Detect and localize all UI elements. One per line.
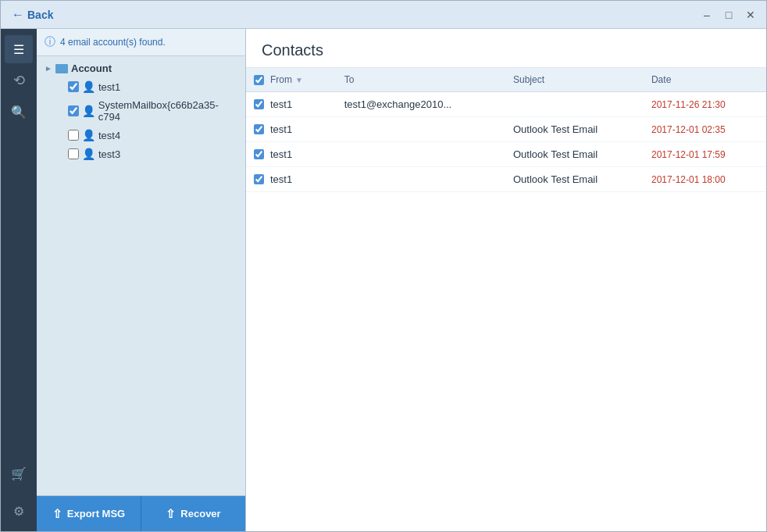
row2-from: test1 [270,123,292,135]
sidebar-search-icon[interactable]: 🔍 [5,98,33,126]
recover-icon: ⇧ [166,507,176,521]
row3-subject: Outlook Test Email [504,142,642,167]
app-window: ← Back – □ ✕ ☰ ⟲ 🔍 🛒 ⚙ [0,0,767,532]
back-label: Back [27,9,53,21]
export-msg-button[interactable]: ⇧ Export MSG [37,496,141,531]
close-button[interactable]: ✕ [741,7,760,23]
info-text: 4 email account(s) found. [60,37,166,48]
expand-arrow-icon: ► [43,63,54,74]
col-date[interactable]: Date [642,68,766,92]
table-header: From ▼ To Subject Date [246,68,766,92]
recover-button[interactable]: ⇧ Recover [141,496,245,531]
select-all-checkbox[interactable] [254,75,264,85]
date-col-label: Date [651,74,671,85]
email-table: From ▼ To Subject Date [246,68,766,531]
back-button[interactable]: ← Back [7,6,58,23]
search-glyph: 🔍 [11,105,27,120]
table-row: test1 Outlook Test Email 2017-12-01 18:0… [246,167,766,192]
title-bar-controls: – □ ✕ [697,7,760,23]
table-body: test1 test1@exchange2010... 2017-11-26 2… [246,92,766,192]
row2-checkbox[interactable] [254,124,264,134]
sidebar-settings-icon[interactable]: ⚙ [5,497,33,525]
table-row: test1 Outlook Test Email 2017-12-01 02:3… [246,117,766,142]
checkbox-test3[interactable] [68,148,79,159]
restore-glyph: ⟲ [13,72,25,89]
row4-from: test1 [270,173,292,185]
info-bar: ⓘ 4 email account(s) found. [37,29,245,56]
row1-subject [504,92,642,117]
main-layout: ☰ ⟲ 🔍 🛒 ⚙ ⓘ 4 email account(s) found. [1,29,766,531]
minimize-button[interactable]: – [697,7,716,23]
sidebar-cart-icon[interactable]: 🛒 [5,459,33,487]
row2-to [335,117,504,142]
info-icon: ⓘ [45,35,55,49]
row1-from-cell: test1 [246,92,335,117]
col-subject[interactable]: Subject [504,68,642,92]
tree-footer: ⇧ Export MSG ⇧ Recover [37,495,245,531]
col-to[interactable]: To [335,68,504,92]
test3-label: test3 [98,148,120,160]
table-row: test1 test1@exchange2010... 2017-11-26 2… [246,92,766,117]
test1-label: test1 [98,81,120,93]
row1-checkbox[interactable] [254,99,264,109]
row1-from: test1 [270,98,292,110]
row3-to [335,142,504,167]
cart-glyph: 🛒 [11,466,27,481]
tree-item-test4[interactable]: ► 👤 test4 [37,126,245,145]
row4-subject: Outlook Test Email [504,167,642,192]
row3-checkbox[interactable] [254,149,264,159]
content-header: Contacts [246,29,766,68]
subject-col-label: Subject [513,74,544,85]
user-icon-systemmailbox: 👤 [82,105,95,117]
title-bar: ← Back – □ ✕ [1,1,766,29]
col-from[interactable]: From ▼ [246,68,335,92]
recover-label: Recover [180,508,220,520]
checkbox-test4[interactable] [68,130,79,141]
tree-item-test1[interactable]: ► 👤 test1 [37,77,245,96]
export-label: Export MSG [67,508,125,520]
row4-from-cell: test1 [246,167,335,192]
tree-panel: ⓘ 4 email account(s) found. ► Account ► … [37,29,246,531]
account-label: Account [71,62,112,74]
user-icon-test3: 👤 [82,148,95,160]
maximize-button[interactable]: □ [719,7,738,23]
row3-date: 2017-12-01 17:59 [642,142,766,167]
row4-to [335,167,504,192]
back-arrow-icon: ← [12,8,24,22]
tree-content: ► Account ► 👤 test1 ► 👤 SystemMailbox{c [37,56,245,495]
tree-item-account[interactable]: ► Account [37,59,245,77]
title-bar-left: ← Back [7,6,58,23]
tree-item-test3[interactable]: ► 👤 test3 [37,145,245,163]
checkbox-systemmailbox[interactable] [68,105,79,116]
to-col-label: To [344,74,355,85]
systemmailbox-label: SystemMailbox{c66b2a35-c794 [98,99,239,123]
icon-sidebar: ☰ ⟲ 🔍 🛒 ⚙ [1,29,37,531]
row2-from-cell: test1 [246,117,335,142]
row4-date: 2017-12-01 18:00 [642,167,766,192]
row1-to: test1@exchange2010... [335,92,504,117]
page-title: Contacts [262,41,751,59]
tree-item-systemmailbox[interactable]: ► 👤 SystemMailbox{c66b2a35-c794 [37,96,245,126]
table-row: test1 Outlook Test Email 2017-12-01 17:5… [246,142,766,167]
sort-icon: ▼ [295,76,303,84]
checkbox-test1[interactable] [68,81,79,92]
content-area: Contacts From ▼ [246,29,766,531]
contacts-table: From ▼ To Subject Date [246,68,766,192]
row3-from-cell: test1 [246,142,335,167]
row2-subject: Outlook Test Email [504,117,642,142]
user-icon-test4: 👤 [82,129,95,141]
from-col-label: From [270,74,292,85]
export-icon: ⇧ [52,507,62,521]
row3-from: test1 [270,148,292,160]
user-icon-test1: 👤 [82,80,95,93]
test4-label: test4 [98,130,120,141]
folder-icon [55,64,68,73]
settings-glyph: ⚙ [13,504,24,519]
row4-checkbox[interactable] [254,174,264,184]
sidebar-restore-icon[interactable]: ⟲ [5,66,33,95]
sidebar-menu-icon[interactable]: ☰ [5,35,33,63]
row1-date: 2017-11-26 21:30 [642,92,766,117]
menu-glyph: ☰ [13,42,24,57]
row2-date: 2017-12-01 02:35 [642,117,766,142]
